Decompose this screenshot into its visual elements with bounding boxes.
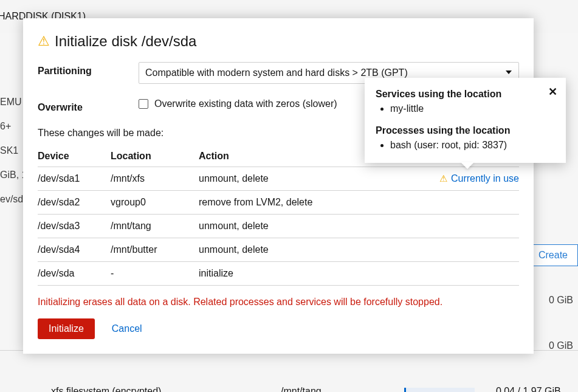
in-use-label: Currently in use [451, 173, 519, 184]
table-row: /dev/sda-initialize [38, 262, 519, 286]
dialog-title: ⚠ Initialize disk /dev/sda [38, 33, 519, 50]
table-row: /dev/sda3/mnt/tangunmount, delete [38, 215, 519, 238]
table-row: /dev/sda1/mnt/xfsunmount, delete⚠Current… [38, 167, 519, 191]
cell-action: remove from LVM2, delete [199, 191, 387, 215]
cell-action: unmount, delete [199, 167, 387, 191]
services-title: Services using the location [376, 89, 555, 100]
cell-location: /mnt/xfs [111, 167, 199, 191]
cell-device: /dev/sda3 [38, 215, 111, 238]
bg-bottom-size: 0.04 / 1.97 GiB [496, 386, 561, 392]
services-list: my-little [376, 102, 555, 115]
warning-icon: ⚠ [38, 33, 50, 49]
list-item: bash (user: root, pid: 3837) [390, 139, 555, 152]
cell-status [387, 262, 519, 286]
table-row: /dev/sda4/mnt/butterunmount, delete [38, 238, 519, 262]
popover-arrow [461, 162, 474, 169]
warning-icon: ⚠ [439, 173, 447, 184]
cell-status [387, 191, 519, 215]
overwrite-checkbox[interactable] [139, 99, 148, 109]
col-location: Location [111, 146, 199, 167]
initialize-disk-dialog: ⚠ Initialize disk /dev/sda Partitioning … [23, 18, 534, 354]
table-row: /dev/sda2vgroup0remove from LVM2, delete [38, 191, 519, 215]
changes-table: Device Location Action /dev/sda1/mnt/xfs… [38, 146, 519, 286]
col-action: Action [199, 146, 387, 167]
currently-in-use-link[interactable]: ⚠Currently in use [439, 173, 519, 184]
col-device: Device [38, 146, 111, 167]
partitioning-label: Partitioning [38, 62, 139, 77]
cell-location: - [111, 262, 199, 286]
list-item: my-little [390, 102, 555, 115]
cell-location: vgroup0 [111, 191, 199, 215]
bg-bottom-fs: xfs filesystem (encrypted) [51, 386, 161, 392]
cell-status [387, 238, 519, 262]
cell-device: /dev/sda2 [38, 191, 111, 215]
cell-device: /dev/sda4 [38, 238, 111, 262]
usage-bar [404, 388, 475, 392]
cell-device: /dev/sda [38, 262, 111, 286]
overwrite-label: Overwrite [38, 98, 139, 113]
cell-status [387, 215, 519, 238]
close-icon[interactable]: ✕ [548, 86, 557, 97]
dialog-title-text: Initialize disk /dev/sda [55, 33, 196, 50]
cell-action: unmount, delete [199, 238, 387, 262]
cell-action: initialize [199, 262, 387, 286]
warning-message: Initializing erases all data on a disk. … [38, 297, 519, 308]
cell-location: /mnt/tang [111, 215, 199, 238]
processes-list: bash (user: root, pid: 3837) [376, 139, 555, 152]
initialize-button[interactable]: Initialize [38, 318, 95, 339]
in-use-popover: ✕ Services using the location my-little … [365, 78, 566, 163]
cell-location: /mnt/butter [111, 238, 199, 262]
overwrite-checkbox-label: Overwrite existing data with zeros (slow… [154, 98, 337, 109]
cell-action: unmount, delete [199, 215, 387, 238]
cell-device: /dev/sda1 [38, 167, 111, 191]
cell-status: ⚠Currently in use [387, 167, 519, 191]
bg-bottom-mount: /mnt/tang [281, 386, 322, 392]
cancel-button[interactable]: Cancel [112, 323, 142, 334]
processes-title: Processes using the location [376, 125, 555, 136]
